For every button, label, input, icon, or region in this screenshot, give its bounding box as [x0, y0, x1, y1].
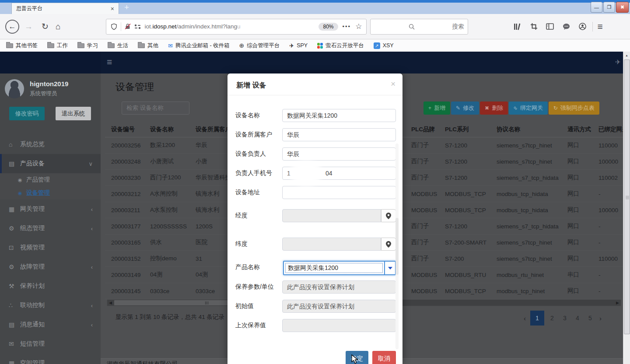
forward-button[interactable]: →: [24, 22, 33, 31]
bookmark-item[interactable]: ↗XSY: [374, 42, 394, 49]
action-button-2[interactable]: ✎修改: [451, 102, 479, 115]
film-icon: ▦: [9, 206, 20, 213]
field-control: 104: [282, 167, 396, 180]
pagination-page-1[interactable]: 1: [530, 311, 544, 326]
sidebar-item-8[interactable]: ∴联动控制‹: [0, 296, 101, 315]
permissions-icon[interactable]: [134, 24, 141, 29]
sidebar-item-10[interactable]: ✉短信管理: [0, 334, 101, 354]
设备名称-input[interactable]: 数据网关采集1200: [282, 109, 396, 122]
pocket-bubble-icon[interactable]: [561, 23, 571, 30]
url-bar[interactable]: iot.idosp.net/admin/index.html?langu 80%…: [106, 19, 367, 35]
vscroll-thumb[interactable]: [624, 60, 630, 334]
action-button-5[interactable]: ↻强制同步点表: [549, 102, 599, 115]
scroll-up-icon[interactable]: ▲: [623, 52, 630, 59]
page-vertical-scrollbar[interactable]: ▲: [623, 52, 630, 364]
设备负责人-input[interactable]: 华辰: [282, 147, 396, 161]
menu-hamburger-icon[interactable]: ≡: [597, 21, 602, 32]
table-cell: 0303ce: [150, 288, 169, 294]
sidebar-toggle-icon[interactable]: ≡: [107, 57, 112, 67]
设备地址-input[interactable]: [282, 186, 396, 199]
page-actions-icon[interactable]: •••: [343, 23, 351, 30]
action-button-4[interactable]: ∞绑定网关: [509, 102, 548, 115]
action-button-1[interactable]: +新增: [424, 102, 450, 115]
bookmark-item[interactable]: ✈SPY: [289, 42, 308, 49]
bookmark-item[interactable]: 萤石云开放平台: [317, 42, 364, 49]
sidebar-item-4[interactable]: ⚙组态管理‹: [0, 219, 101, 238]
change-password-button[interactable]: 修改密码: [9, 107, 45, 120]
device-search-input[interactable]: 检索 设备名称: [122, 102, 189, 115]
table-cell: -: [598, 191, 601, 197]
insecure-lock-icon[interactable]: [125, 23, 131, 30]
pagination-page-5[interactable]: 5: [585, 311, 595, 326]
bookmark-item[interactable]: 工作: [47, 42, 68, 49]
sidebar-item-1[interactable]: ⌂系统总览: [0, 135, 101, 154]
sidebar-subitem-产品管理[interactable]: ◉产品管理: [0, 173, 101, 186]
sidebar-item-11[interactable]: ▦空间管理: [0, 354, 101, 364]
sidebar-item-3[interactable]: ▦网关管理‹: [0, 200, 101, 219]
browser-search-box[interactable]: 搜索: [370, 19, 468, 35]
sidebar-item-6[interactable]: ⚙故障管理‹: [0, 257, 101, 276]
pagination-page-2[interactable]: 2: [547, 311, 557, 326]
modal-close-icon[interactable]: ×: [391, 79, 396, 89]
保养参数/单位-input[interactable]: 此产品没有设置保养计划: [282, 280, 396, 294]
zoom-level-badge[interactable]: 80%: [318, 23, 338, 31]
初始值-input[interactable]: 此产品没有设置保养计划: [282, 300, 396, 313]
column-header[interactable]: 设备编号: [111, 126, 135, 133]
sidebar-item-5[interactable]: ⊡视频管理: [0, 238, 101, 257]
back-button[interactable]: ←: [5, 20, 19, 34]
上次保养值-input[interactable]: [282, 319, 396, 332]
column-header[interactable]: 通讯方式: [567, 126, 591, 133]
tracking-shield-icon[interactable]: [111, 23, 117, 30]
sidebar-item-9[interactable]: ▤消息通知‹: [0, 315, 101, 334]
cancel-button[interactable]: 取消: [372, 351, 396, 364]
column-header[interactable]: 协议名称: [497, 126, 520, 133]
table-cell: 镇海水利: [196, 206, 219, 214]
column-header[interactable]: PLC品牌: [411, 126, 435, 133]
screenshot-crop-icon[interactable]: [529, 23, 539, 30]
new-tab-button[interactable]: +: [124, 3, 129, 12]
logout-button[interactable]: 退出系统: [56, 107, 91, 120]
sidebar-item-label: 消息通知: [20, 321, 45, 329]
sidebar-item-2[interactable]: ▤产品设备∨: [0, 154, 101, 173]
column-header[interactable]: 设备名称: [150, 126, 174, 133]
bookmark-item[interactable]: ⊕综合管理平台: [239, 42, 280, 49]
bookmark-star-icon[interactable]: ☆: [355, 22, 362, 31]
map-pin-button[interactable]: [381, 238, 396, 251]
library-icon[interactable]: [513, 23, 522, 30]
bookmark-item[interactable]: 其他: [138, 42, 158, 49]
home-button[interactable]: ⌂: [56, 22, 60, 31]
window-minimize-button[interactable]: —: [591, 2, 602, 13]
pagination-page-4[interactable]: 4: [573, 311, 582, 326]
经度-input[interactable]: [282, 209, 381, 222]
select-dropdown-button[interactable]: [384, 262, 395, 274]
sidebar-subitem-设备管理[interactable]: ◉设备管理: [0, 186, 101, 200]
bookmark-item[interactable]: ✉腾讯企业邮箱 - 收件箱: [168, 42, 230, 49]
window-close-button[interactable]: ✖: [616, 2, 629, 13]
scroll-right-icon[interactable]: ▶: [616, 300, 619, 306]
modal-scrollbar[interactable]: [396, 144, 399, 349]
tab-close-icon[interactable]: ×: [111, 6, 114, 12]
window-restore-button[interactable]: ❐: [603, 2, 615, 13]
bookmark-item[interactable]: 生活: [108, 42, 128, 49]
sidebar-item-7[interactable]: ⚒保养计划: [0, 276, 101, 296]
pagination-prev[interactable]: ‹: [522, 315, 527, 322]
action-button-3[interactable]: ✖删除: [480, 102, 508, 115]
bookmark-item[interactable]: 其他书签: [6, 42, 38, 49]
设备所属客户-input[interactable]: 华辰: [282, 128, 396, 141]
reload-button[interactable]: ↻: [42, 22, 49, 31]
纬度-input[interactable]: [282, 238, 381, 251]
scroll-left-icon[interactable]: ◀: [109, 300, 112, 306]
product-select[interactable]: 数据网关采集1200: [283, 261, 396, 275]
account-icon[interactable]: [578, 23, 587, 30]
map-pin-button[interactable]: [381, 209, 396, 222]
column-header[interactable]: PLC系列: [445, 126, 469, 133]
browser-tab[interactable]: 思普云平台 ×: [11, 3, 119, 14]
sidebars-icon[interactable]: [545, 23, 555, 30]
table-cell: 控制demo: [150, 255, 177, 262]
pagination-page-3[interactable]: 3: [560, 311, 570, 326]
pagination-next[interactable]: ›: [598, 315, 603, 322]
bookmark-item[interactable]: 学习: [77, 42, 98, 49]
column-header[interactable]: 设备所属客户: [196, 126, 231, 133]
table-cell: 1200S: [196, 223, 213, 230]
sidebar-item-label: 视频管理: [20, 244, 45, 252]
